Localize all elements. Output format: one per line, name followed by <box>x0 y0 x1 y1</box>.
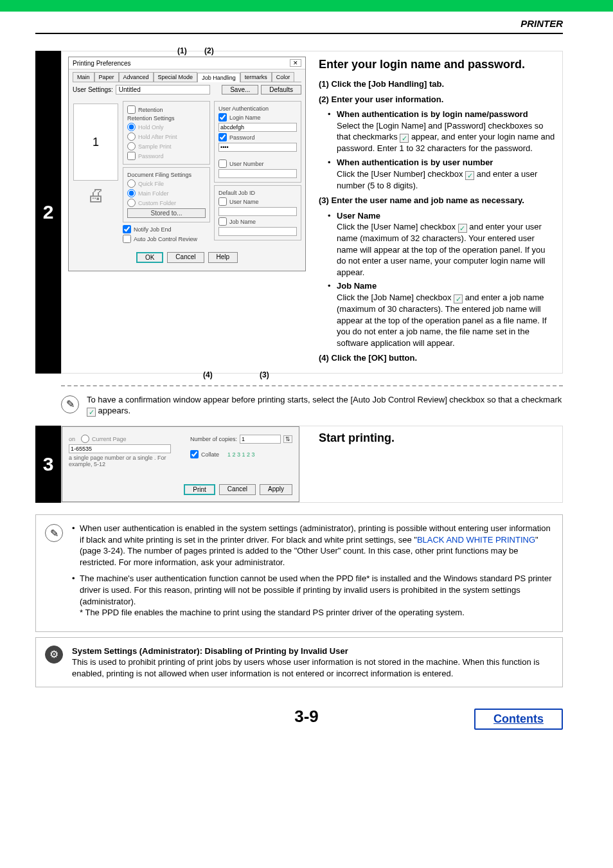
section-header: PRINTER <box>520 18 563 29</box>
job-name-input[interactable] <box>218 227 297 236</box>
quick-file-radio[interactable] <box>127 179 136 188</box>
current-page-radio[interactable] <box>81 435 89 443</box>
print-button[interactable]: Print <box>184 484 215 495</box>
tabs: Main Paper Advanced Special Mode Job Han… <box>73 72 301 82</box>
collate-label: Collate <box>201 451 219 458</box>
user-name-checkbox[interactable] <box>218 197 227 206</box>
step-3-title: Start printing. <box>319 430 562 446</box>
job-name-label: Job Name <box>229 219 256 225</box>
spinner-icon[interactable]: ⇅ <box>283 435 292 443</box>
main-folder-label: Main Folder <box>138 190 169 197</box>
user-name-input[interactable] <box>218 207 297 216</box>
i1-txt: Click the [Job Handling] tab. <box>332 79 445 89</box>
custom-folder-radio[interactable] <box>127 199 136 207</box>
tab-color[interactable]: Color <box>272 72 295 82</box>
user-settings-select[interactable]: Untitled <box>116 85 210 95</box>
auto-review-label: Auto Job Control Review <box>134 236 197 242</box>
bw-printing-link[interactable]: BLACK AND WHITE PRINTING <box>417 535 535 545</box>
hold-only-radio[interactable] <box>127 123 136 131</box>
user-auth-title: User Authentication <box>218 105 297 112</box>
login-name-input[interactable] <box>218 123 297 132</box>
step-2-title: Enter your login name and password. <box>319 57 556 72</box>
i4-txt: Click the [OK] button. <box>332 353 418 363</box>
contents-button[interactable]: Contents <box>474 709 563 730</box>
password-label: Password <box>229 134 255 141</box>
tab-paper[interactable]: Paper <box>94 72 119 82</box>
print-dialog: on Current Page a single page number or … <box>62 426 299 502</box>
b1-title: When authentication is by login name/pas… <box>337 109 528 119</box>
copies-label: Number of copies: <box>190 436 237 442</box>
save-button[interactable]: Save... <box>222 85 258 95</box>
step-3-body: on Current Page a single page number or … <box>61 426 563 503</box>
notify-checkbox[interactable] <box>123 225 131 233</box>
dashed-divider <box>61 385 563 386</box>
login-name-checkbox[interactable] <box>218 113 227 122</box>
retention-settings-label: Retention Settings <box>127 115 206 122</box>
user-number-checkbox[interactable] <box>218 159 227 168</box>
retention-password-label: Password <box>138 153 164 159</box>
callout-3: (3) <box>260 370 269 379</box>
callout-1: (1) <box>177 46 187 55</box>
i3-txt: Enter the user name and job name as nece… <box>332 195 524 205</box>
callout-4: (4) <box>203 370 213 379</box>
retention-checkbox[interactable] <box>127 105 136 114</box>
info-p2: The machine's user authentication functi… <box>80 574 552 606</box>
b4-title: Job Name <box>337 281 377 291</box>
b2-title: When authentication is by user number <box>337 158 493 167</box>
hold-after-radio[interactable] <box>127 132 136 141</box>
job-name-checkbox[interactable] <box>218 217 227 226</box>
checkmark-icon: ✓ <box>87 408 96 417</box>
retention-password-checkbox[interactable] <box>127 152 136 160</box>
gear-title: System Settings (Administrator): Disabli… <box>72 646 348 656</box>
password-input[interactable] <box>218 143 297 152</box>
step-3-row: 3 on Current Page a single page number o… <box>0 426 563 503</box>
tab-main[interactable]: Main <box>73 72 94 82</box>
password-checkbox[interactable] <box>218 133 227 141</box>
ok-button[interactable]: OK <box>136 252 163 263</box>
checkmark-icon: ✓ <box>400 134 409 143</box>
pencil-note-icon: ✎ <box>61 395 79 413</box>
i4-num: (4) <box>319 353 329 363</box>
page-range-input[interactable] <box>69 444 171 453</box>
user-settings-label: User Settings: <box>73 86 113 93</box>
dialog-title: Printing Preferences <box>73 60 131 67</box>
b3-body-a: Click the [User Name] checkbox <box>337 222 458 231</box>
i2-txt: Enter your user information. <box>332 95 444 104</box>
pencil-note-icon: ✎ <box>45 524 63 542</box>
copies-input[interactable] <box>240 435 281 444</box>
close-icon[interactable]: ✕ <box>290 59 301 67</box>
i1-num: (1) <box>319 79 329 89</box>
step-number-2: 2 <box>35 51 61 374</box>
i3-num: (3) <box>319 195 329 205</box>
tab-job-handling[interactable]: Job Handling <box>197 73 240 82</box>
hold-after-label: Hold After Print <box>138 134 177 140</box>
stored-to-button[interactable]: Stored to... <box>127 208 206 218</box>
step-2-body: (1) (2) Printing Preferences ✕ Main Pape… <box>61 51 563 374</box>
user-number-label: User Number <box>229 161 264 167</box>
cancel-button[interactable]: Cancel <box>167 252 204 263</box>
checkmark-icon: ✓ <box>454 294 463 303</box>
tab-watermarks[interactable]: termarks <box>240 72 272 82</box>
help-button[interactable]: Help <box>208 252 238 263</box>
user-number-input[interactable] <box>218 169 297 178</box>
apply-button[interactable]: Apply <box>260 484 292 495</box>
cancel-button[interactable]: Cancel <box>219 484 256 495</box>
gear-body: This is used to prohibit printing of pri… <box>72 657 540 678</box>
defaults-button[interactable]: Defaults <box>261 85 301 95</box>
quick-file-label: Quick File <box>138 181 164 187</box>
gear-icon: ⚙ <box>45 646 63 664</box>
login-name-label: Login Name <box>229 114 261 121</box>
hold-only-label: Hold Only <box>138 124 164 131</box>
b3-title: User Name <box>337 211 380 221</box>
i2-num: (2) <box>319 95 329 104</box>
tab-advanced[interactable]: Advanced <box>119 72 154 82</box>
collate-checkbox[interactable] <box>190 450 199 458</box>
system-settings-box: ⚙ System Settings (Administrator): Disab… <box>35 637 563 688</box>
info-p2foot: * The PPD file enables the machine to pr… <box>80 608 465 617</box>
main-folder-radio[interactable] <box>127 189 136 197</box>
sample-print-radio[interactable] <box>127 142 136 150</box>
checkmark-icon: ✓ <box>458 224 467 233</box>
auto-review-checkbox[interactable] <box>123 235 131 243</box>
retention-label: Retention <box>138 107 163 113</box>
tab-special-mode[interactable]: Special Mode <box>154 72 198 82</box>
